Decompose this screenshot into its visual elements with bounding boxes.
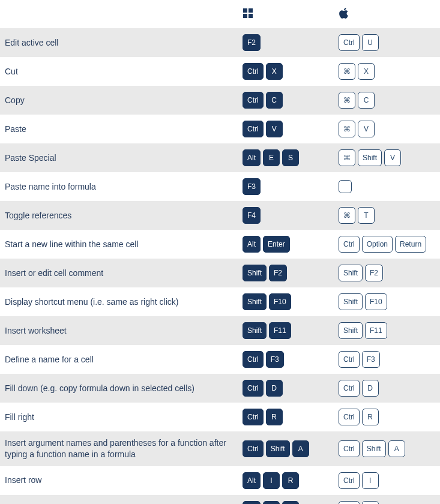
shortcut-description: Start a new line within the same cell bbox=[0, 230, 238, 259]
key-badge: D bbox=[362, 380, 379, 397]
mac-keys: CtrlOptionReturn bbox=[334, 230, 440, 259]
key-badge: ⌘ bbox=[339, 121, 355, 137]
key-badge: S bbox=[282, 149, 299, 166]
windows-keys: ShiftF10 bbox=[238, 287, 334, 316]
key-badge: F3 bbox=[243, 178, 261, 195]
mac-keys: CtrlI bbox=[334, 495, 440, 504]
key-badge: X bbox=[358, 63, 375, 80]
mac-keys: ⌘T bbox=[334, 201, 440, 230]
key-badge: Ctrl bbox=[339, 409, 360, 425]
key-badge: Alt bbox=[243, 149, 261, 166]
key-badge: Option bbox=[362, 236, 393, 253]
key-badge: R bbox=[266, 409, 283, 425]
mac-keys: ⌘V bbox=[334, 115, 440, 143]
windows-keys: CtrlD bbox=[238, 374, 334, 403]
shortcut-description: Toggle references bbox=[0, 201, 238, 230]
key-badge bbox=[339, 180, 352, 193]
key-badge: F3 bbox=[266, 351, 284, 368]
mac-keys: CtrlF3 bbox=[334, 345, 440, 374]
key-badge: A bbox=[388, 440, 405, 457]
windows-keys: CtrlV bbox=[238, 115, 334, 143]
key-badge: ⌘ bbox=[339, 149, 355, 166]
table-row: Insert rowAltIRCtrlI bbox=[0, 466, 440, 495]
key-badge: T bbox=[358, 207, 375, 224]
key-badge: ⌘ bbox=[339, 207, 355, 224]
windows-keys: AltEnter bbox=[238, 230, 334, 259]
shortcut-description: Paste name into formula bbox=[0, 172, 238, 201]
shortcut-description: Cut bbox=[0, 57, 238, 86]
shortcut-description: Insert argument names and parentheses fo… bbox=[0, 431, 238, 466]
key-badge: Shift bbox=[339, 265, 363, 281]
windows-keys: ShiftF11 bbox=[238, 316, 334, 345]
shortcut-description: Paste bbox=[0, 115, 238, 143]
key-badge: Ctrl bbox=[339, 351, 360, 368]
key-badge: I bbox=[362, 472, 379, 489]
table-row: Define a name for a cellCtrlF3CtrlF3 bbox=[0, 345, 440, 374]
table-row: Insert columnAltICCtrlI bbox=[0, 495, 440, 504]
key-badge: Return bbox=[395, 236, 426, 253]
key-badge: F4 bbox=[243, 207, 261, 224]
mac-keys: ⌘ShiftV bbox=[334, 143, 440, 172]
key-badge: Alt bbox=[243, 236, 261, 253]
shortcut-description: Define a name for a cell bbox=[0, 345, 238, 374]
key-badge: Alt bbox=[243, 472, 261, 489]
shortcut-description: Insert or edit cell comment bbox=[0, 259, 238, 287]
shortcut-description: Insert worksheet bbox=[0, 316, 238, 345]
table-row: Paste SpecialAltES⌘ShiftV bbox=[0, 143, 440, 172]
mac-keys: CtrlD bbox=[334, 374, 440, 403]
key-badge: Ctrl bbox=[243, 351, 264, 368]
mac-keys: CtrlR bbox=[334, 403, 440, 431]
header-windows bbox=[238, 0, 334, 28]
key-badge: Ctrl bbox=[243, 440, 264, 457]
windows-keys: CtrlX bbox=[238, 57, 334, 86]
shortcut-description: Fill down (e.g. copy formula down in sel… bbox=[0, 374, 238, 403]
mac-keys: ⌘C bbox=[334, 86, 440, 115]
mac-keys bbox=[334, 172, 440, 201]
shortcut-description: Display shortcut menu (i.e. same as righ… bbox=[0, 287, 238, 316]
shortcuts-table: Edit active cellF2CtrlUCutCtrlX⌘XCopyCtr… bbox=[0, 0, 440, 504]
table-row: Toggle referencesF4⌘T bbox=[0, 201, 440, 230]
key-badge: Alt bbox=[243, 501, 261, 504]
key-badge: Shift bbox=[243, 322, 267, 339]
key-badge: ⌘ bbox=[339, 92, 355, 109]
key-badge: Ctrl bbox=[339, 34, 360, 51]
windows-keys: CtrlShiftA bbox=[238, 431, 334, 466]
key-badge: Shift bbox=[339, 293, 363, 310]
windows-icon bbox=[243, 8, 253, 19]
windows-keys: AltIR bbox=[238, 466, 334, 495]
table-row: Fill down (e.g. copy formula down in sel… bbox=[0, 374, 440, 403]
key-badge: Ctrl bbox=[339, 440, 360, 457]
table-row: Start a new line within the same cellAlt… bbox=[0, 230, 440, 259]
windows-keys: AltIC bbox=[238, 495, 334, 504]
key-badge: Ctrl bbox=[243, 92, 264, 109]
windows-keys: CtrlC bbox=[238, 86, 334, 115]
windows-keys: CtrlF3 bbox=[238, 345, 334, 374]
table-row: CutCtrlX⌘X bbox=[0, 57, 440, 86]
key-badge: V bbox=[384, 149, 401, 166]
windows-keys: ShiftF2 bbox=[238, 259, 334, 287]
key-badge: V bbox=[266, 121, 283, 137]
key-badge: Shift bbox=[243, 265, 267, 281]
key-badge: C bbox=[358, 92, 375, 109]
key-badge: C bbox=[282, 501, 299, 504]
key-badge: F11 bbox=[269, 322, 291, 339]
mac-keys: ShiftF2 bbox=[334, 259, 440, 287]
mac-keys: ⌘X bbox=[334, 57, 440, 86]
key-badge: F2 bbox=[243, 34, 261, 51]
windows-keys: F3 bbox=[238, 172, 334, 201]
windows-keys: CtrlR bbox=[238, 403, 334, 431]
table-row: Display shortcut menu (i.e. same as righ… bbox=[0, 287, 440, 316]
key-badge: ⌘ bbox=[339, 63, 355, 80]
windows-keys: AltES bbox=[238, 143, 334, 172]
key-badge: I bbox=[362, 501, 379, 504]
header-mac bbox=[334, 0, 440, 28]
key-badge: F10 bbox=[365, 293, 387, 310]
key-badge: R bbox=[282, 472, 299, 489]
shortcut-description: Paste Special bbox=[0, 143, 238, 172]
table-row: Paste name into formulaF3 bbox=[0, 172, 440, 201]
key-badge: Ctrl bbox=[339, 472, 360, 489]
key-badge: Shift bbox=[266, 440, 290, 457]
key-badge: X bbox=[266, 63, 283, 80]
key-badge: Shift bbox=[358, 149, 382, 166]
shortcut-description: Edit active cell bbox=[0, 28, 238, 57]
